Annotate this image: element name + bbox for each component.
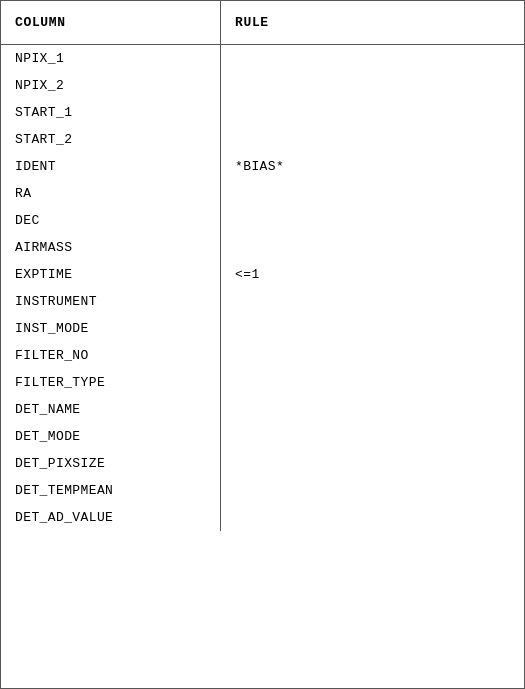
cell-column-0: NPIX_1 — [1, 45, 221, 72]
cell-column-7: AIRMASS — [1, 234, 221, 261]
table-row[interactable]: DET_PIXSIZE — [1, 450, 524, 477]
column-header: COLUMN — [1, 1, 221, 44]
table-row[interactable]: NPIX_2 — [1, 72, 524, 99]
cell-rule-5 — [221, 180, 524, 207]
cell-rule-12 — [221, 369, 524, 396]
cell-column-12: FILTER_TYPE — [1, 369, 221, 396]
cell-column-8: EXPTIME — [1, 261, 221, 288]
cell-rule-6 — [221, 207, 524, 234]
cell-rule-4: *BIAS* — [221, 153, 524, 180]
cell-column-3: START_2 — [1, 126, 221, 153]
cell-column-11: FILTER_NO — [1, 342, 221, 369]
cell-column-6: DEC — [1, 207, 221, 234]
cell-column-14: DET_MODE — [1, 423, 221, 450]
table-row[interactable]: START_2 — [1, 126, 524, 153]
table-row[interactable]: INST_MODE — [1, 315, 524, 342]
cell-column-10: INST_MODE — [1, 315, 221, 342]
cell-column-1: NPIX_2 — [1, 72, 221, 99]
cell-column-16: DET_TEMPMEAN — [1, 477, 221, 504]
cell-column-9: INSTRUMENT — [1, 288, 221, 315]
table-row[interactable]: DET_TEMPMEAN — [1, 477, 524, 504]
cell-rule-8: <=1 — [221, 261, 524, 288]
table-row[interactable]: FILTER_TYPE — [1, 369, 524, 396]
table-row[interactable]: RA — [1, 180, 524, 207]
table-row[interactable]: DEC — [1, 207, 524, 234]
cell-rule-2 — [221, 99, 524, 126]
cell-column-5: RA — [1, 180, 221, 207]
table-row[interactable]: NPIX_1 — [1, 45, 524, 72]
table-row[interactable]: FILTER_NO — [1, 342, 524, 369]
cell-rule-14 — [221, 423, 524, 450]
table-header: COLUMN RULE — [1, 1, 524, 45]
cell-rule-0 — [221, 45, 524, 72]
cell-column-4: IDENT — [1, 153, 221, 180]
main-table: COLUMN RULE NPIX_1NPIX_2START_1START_2ID… — [0, 0, 525, 689]
cell-rule-1 — [221, 72, 524, 99]
table-row[interactable]: IDENT*BIAS* — [1, 153, 524, 180]
cell-column-15: DET_PIXSIZE — [1, 450, 221, 477]
cell-rule-3 — [221, 126, 524, 153]
cell-rule-11 — [221, 342, 524, 369]
table-row[interactable]: DET_MODE — [1, 423, 524, 450]
cell-rule-17 — [221, 504, 524, 531]
cell-rule-13 — [221, 396, 524, 423]
table-row[interactable]: INSTRUMENT — [1, 288, 524, 315]
table-row[interactable]: EXPTIME<=1 — [1, 261, 524, 288]
cell-rule-16 — [221, 477, 524, 504]
cell-column-17: DET_AD_VALUE — [1, 504, 221, 531]
cell-rule-7 — [221, 234, 524, 261]
rule-header: RULE — [221, 1, 524, 44]
table-row[interactable]: DET_NAME — [1, 396, 524, 423]
table-row[interactable]: START_1 — [1, 99, 524, 126]
cell-column-2: START_1 — [1, 99, 221, 126]
table-row[interactable]: AIRMASS — [1, 234, 524, 261]
cell-rule-9 — [221, 288, 524, 315]
cell-rule-15 — [221, 450, 524, 477]
cell-rule-10 — [221, 315, 524, 342]
cell-column-13: DET_NAME — [1, 396, 221, 423]
table-row[interactable]: DET_AD_VALUE — [1, 504, 524, 531]
table-body: NPIX_1NPIX_2START_1START_2IDENT*BIAS*RAD… — [1, 45, 524, 531]
